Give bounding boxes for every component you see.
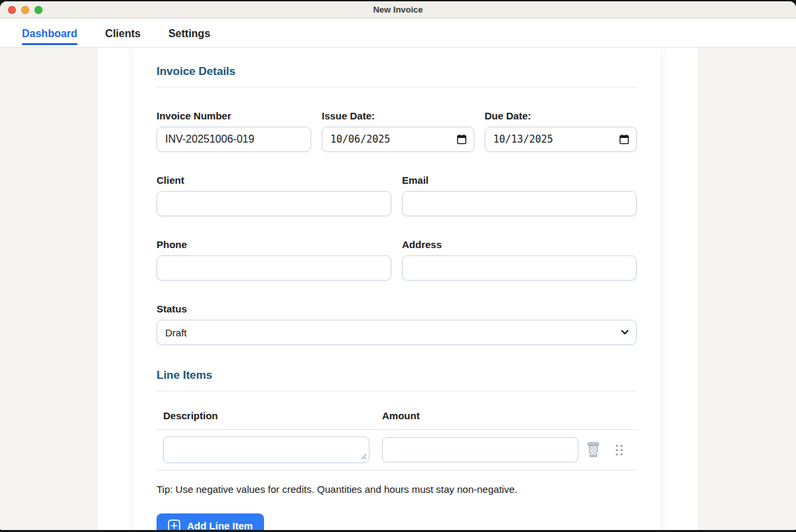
line-item-row — [157, 430, 637, 470]
status-select[interactable]: Draft — [157, 320, 637, 345]
content-panel: Invoice Details Invoice Number Issue Dat… — [98, 48, 698, 530]
zoom-button[interactable] — [34, 6, 42, 14]
email-label: Email — [402, 174, 637, 186]
tab-clients[interactable]: Clients — [105, 19, 141, 45]
address-field: Address — [402, 239, 637, 281]
drag-handle-icon — [615, 444, 624, 456]
phone-input[interactable] — [157, 255, 391, 281]
tab-clients-label: Clients — [105, 27, 141, 40]
page-background: Invoice Details Invoice Number Issue Dat… — [0, 48, 796, 530]
window-controls — [8, 6, 42, 14]
phone-field: Phone — [157, 239, 391, 281]
status-label: Status — [157, 303, 637, 314]
line-item-description-input[interactable] — [163, 436, 369, 463]
minimize-button[interactable] — [21, 6, 29, 14]
trash-icon — [586, 442, 600, 458]
phone-label: Phone — [157, 239, 391, 250]
email-input[interactable] — [402, 191, 637, 216]
window-title: New Invoice — [373, 5, 423, 15]
add-line-item-label: Add Line Item — [187, 520, 253, 530]
section-divider — [157, 391, 637, 391]
invoice-details-heading: Invoice Details — [157, 65, 637, 78]
delete-line-item-button[interactable] — [585, 440, 602, 460]
nav-bar: Dashboard Clients Settings — [0, 19, 796, 48]
line-items-heading: Line Items — [157, 369, 637, 382]
tab-settings-label: Settings — [168, 27, 210, 40]
address-input[interactable] — [402, 255, 637, 281]
due-date-input[interactable] — [485, 127, 637, 152]
amount-column-header: Amount — [382, 410, 420, 421]
close-button[interactable] — [8, 6, 16, 14]
description-column-header: Description — [163, 410, 382, 421]
status-field: Status Draft — [157, 303, 637, 345]
tip-text: Tip: Use negative values for credits. Qu… — [157, 484, 637, 495]
app-window: New Invoice Dashboard Clients Settings I… — [0, 1, 796, 530]
invoice-form-card: Invoice Details Invoice Number Issue Dat… — [133, 48, 661, 530]
invoice-number-label: Invoice Number — [157, 110, 311, 121]
tab-dashboard-label: Dashboard — [22, 27, 78, 40]
due-date-label: Due Date: — [485, 110, 637, 121]
due-date-field: Due Date: — [485, 110, 637, 152]
invoice-number-input[interactable] — [157, 127, 311, 152]
address-label: Address — [402, 239, 637, 250]
line-items-header: Description Amount — [157, 410, 637, 421]
add-line-item-button[interactable]: Add Line Item — [157, 513, 264, 530]
section-divider — [157, 87, 637, 88]
email-field: Email — [402, 174, 637, 216]
issue-date-field: Issue Date: — [322, 110, 474, 152]
issue-date-label: Issue Date: — [322, 110, 474, 121]
invoice-number-field: Invoice Number — [157, 110, 311, 152]
tab-dashboard[interactable]: Dashboard — [22, 19, 78, 45]
row-divider — [157, 470, 637, 470]
titlebar: New Invoice — [0, 1, 796, 19]
active-tab-underline — [22, 43, 78, 45]
line-item-amount-input[interactable] — [382, 437, 578, 462]
client-input[interactable] — [157, 191, 391, 216]
client-field: Client — [157, 174, 391, 216]
tab-settings[interactable]: Settings — [168, 19, 210, 45]
plus-square-icon — [168, 519, 180, 530]
client-label: Client — [157, 174, 391, 186]
issue-date-input[interactable] — [322, 127, 474, 152]
drag-handle[interactable] — [615, 444, 624, 456]
textarea-resize-handle[interactable] — [360, 453, 367, 460]
